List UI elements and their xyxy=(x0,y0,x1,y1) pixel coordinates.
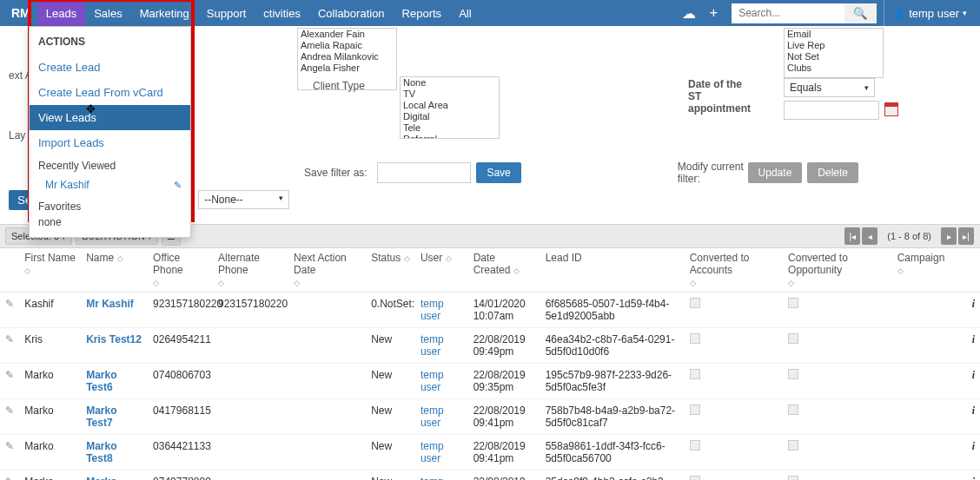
ct-option[interactable]: None xyxy=(401,77,499,89)
dd-view-leads[interactable]: View Leads xyxy=(30,105,190,130)
table-row[interactable]: ✎MarkoMarko Test80364421133Newtemp user2… xyxy=(0,435,980,470)
nav-sales[interactable]: Sales xyxy=(85,1,131,26)
dd-recent-label: Mr Kashif xyxy=(45,179,89,191)
cell-name-link[interactable]: Marko Test9 xyxy=(86,476,116,480)
table-row[interactable]: ✎MarkoMarko Test90749778800Newtemp user2… xyxy=(0,470,980,481)
ct-option[interactable]: Local Area xyxy=(401,100,499,111)
save-button[interactable]: Save xyxy=(476,162,520,183)
table-row[interactable]: ✎MarkoMarko Test70417968115Newtemp user2… xyxy=(0,399,980,435)
nav-support[interactable]: Support xyxy=(198,1,255,26)
ct-option[interactable]: Tele xyxy=(401,122,499,134)
save-filter-input[interactable] xyxy=(377,162,471,183)
cell-user-link[interactable]: temp user xyxy=(420,440,444,464)
client-type-list[interactable]: None TV Local Area Digital Tele Referral xyxy=(400,76,500,139)
cell-date: 22/08/2019 xyxy=(468,470,540,481)
pager-last[interactable]: ▸| xyxy=(958,227,974,245)
sec-option[interactable]: Live Rep xyxy=(785,40,883,51)
col-next-action[interactable]: Next Action Date◇ xyxy=(288,248,366,293)
table-row[interactable]: ✎MarkoMarko Test60740806703Newtemp user2… xyxy=(0,364,980,399)
dd-recent-item[interactable]: Mr Kashif ✎ xyxy=(30,174,190,196)
dd-create-lead[interactable]: Create Lead xyxy=(30,55,190,80)
cell-name-link[interactable]: Marko Test8 xyxy=(86,440,116,464)
col-campaign[interactable]: Campaign◇ xyxy=(892,248,954,293)
search-input[interactable] xyxy=(732,3,844,23)
col-status[interactable]: Status ◇ xyxy=(366,248,415,293)
dd-create-lead-vcard[interactable]: Create Lead From vCard xyxy=(30,80,190,105)
conv-acc-checkbox xyxy=(690,440,700,450)
table-row[interactable]: ✎KrisKris Test120264954211Newtemp user22… xyxy=(0,328,980,364)
edit-row-icon[interactable]: ✎ xyxy=(5,476,17,480)
sec-option[interactable]: Email xyxy=(785,29,883,40)
col-office-phone[interactable]: Office Phone◇ xyxy=(148,248,213,293)
nav-leads[interactable]: Leads xyxy=(37,1,85,26)
filter-select[interactable]: --None--▾ xyxy=(198,190,289,209)
cell-name-link[interactable]: Marko Test6 xyxy=(86,369,116,393)
col-first-name[interactable]: First Name◇ xyxy=(19,248,81,293)
cell-office: 0364421133 xyxy=(148,435,213,470)
cell-name-link[interactable]: Kris Test12 xyxy=(86,333,142,345)
info-icon[interactable]: i xyxy=(954,328,980,364)
rep-option[interactable]: Alexander Fain xyxy=(298,29,396,40)
info-icon[interactable]: i xyxy=(954,399,980,435)
nav-collaboration[interactable]: Collaboration xyxy=(309,1,394,26)
sec-option[interactable]: Not Set xyxy=(785,51,883,62)
nav-all[interactable]: All xyxy=(450,1,480,26)
dd-fav-header: Favorites xyxy=(30,196,190,214)
user-menu[interactable]: 👤 temp user ▾ xyxy=(884,0,976,26)
nav-activities[interactable]: ctivities xyxy=(255,1,309,26)
cloud-icon[interactable]: ☁ xyxy=(675,5,703,22)
col-lead-id[interactable]: Lead ID xyxy=(540,248,685,293)
cell-user-link[interactable]: temp user xyxy=(420,333,444,358)
header-row: First Name◇ Name ◇ Office Phone◇ Alterna… xyxy=(0,248,980,293)
table-row[interactable]: ✎KashifMr Kashif923157180220923157180220… xyxy=(0,293,980,328)
edit-row-icon[interactable]: ✎ xyxy=(5,333,17,345)
cell-user-link[interactable]: temp user xyxy=(420,298,444,322)
dd-import-leads[interactable]: Import Leads xyxy=(30,130,190,155)
cell-name-link[interactable]: Mr Kashif xyxy=(86,298,134,310)
cell-first: Kris xyxy=(19,328,81,364)
col-conv-opp[interactable]: Converted to Opportunity◇ xyxy=(783,248,892,293)
plus-icon[interactable]: + xyxy=(703,5,725,21)
nav-marketing[interactable]: Marketing xyxy=(131,1,198,26)
update-button[interactable]: Update xyxy=(748,162,803,183)
secondary-list[interactable]: Email Live Rep Not Set Clubs xyxy=(784,28,884,78)
rep-option[interactable]: Andrea Milankovic xyxy=(298,51,396,62)
info-icon[interactable]: i xyxy=(954,470,980,481)
cell-user-link[interactable]: temp user xyxy=(420,476,444,480)
pager-next[interactable]: ▸ xyxy=(941,227,957,245)
delete-button[interactable]: Delete xyxy=(807,162,858,183)
ct-option[interactable]: Referral xyxy=(401,134,499,139)
col-conv-accounts[interactable]: Converted to Accounts◇ xyxy=(685,248,783,293)
edit-icon[interactable]: ✎ xyxy=(174,180,182,191)
pager-prev[interactable]: ◂ xyxy=(862,227,877,245)
cell-user-link[interactable]: temp user xyxy=(420,404,444,429)
ct-option[interactable]: Digital xyxy=(401,111,499,122)
cell-user-link[interactable]: temp user xyxy=(420,369,444,393)
edit-row-icon[interactable]: ✎ xyxy=(5,298,17,310)
edit-row-icon[interactable]: ✎ xyxy=(5,404,17,417)
rep-option[interactable]: Amelia Rapaic xyxy=(298,40,396,51)
cell-first: Marko xyxy=(19,399,81,435)
edit-row-icon[interactable]: ✎ xyxy=(5,369,17,381)
col-date-created[interactable]: Date Created ◇ xyxy=(468,248,540,293)
edit-row-icon[interactable]: ✎ xyxy=(5,440,17,452)
cell-name-link[interactable]: Marko Test7 xyxy=(86,404,116,429)
pager-first[interactable]: |◂ xyxy=(844,227,860,245)
equals-select[interactable]: Equals▾ xyxy=(784,78,875,97)
calendar-icon-3[interactable] xyxy=(884,102,898,119)
col-alt-phone[interactable]: Alternate Phone◇ xyxy=(213,248,288,293)
cell-status: 0.NotSet: xyxy=(366,293,415,328)
search-button[interactable]: 🔍 xyxy=(844,3,877,23)
info-icon[interactable]: i xyxy=(954,435,980,470)
ct-option[interactable]: TV xyxy=(401,89,499,100)
info-icon[interactable]: i xyxy=(954,293,980,328)
col-user[interactable]: User ◇ xyxy=(415,248,468,293)
cell-first: Marko xyxy=(19,470,81,481)
nav-reports[interactable]: Reports xyxy=(394,1,451,26)
rep-option[interactable]: Angela Fisher xyxy=(298,62,396,74)
top-nav: RM Leads Sales Marketing Support ctiviti… xyxy=(0,0,980,26)
col-name[interactable]: Name ◇ xyxy=(81,248,148,293)
date-input[interactable] xyxy=(784,101,879,120)
sec-option[interactable]: Clubs xyxy=(785,62,883,74)
info-icon[interactable]: i xyxy=(954,364,980,399)
